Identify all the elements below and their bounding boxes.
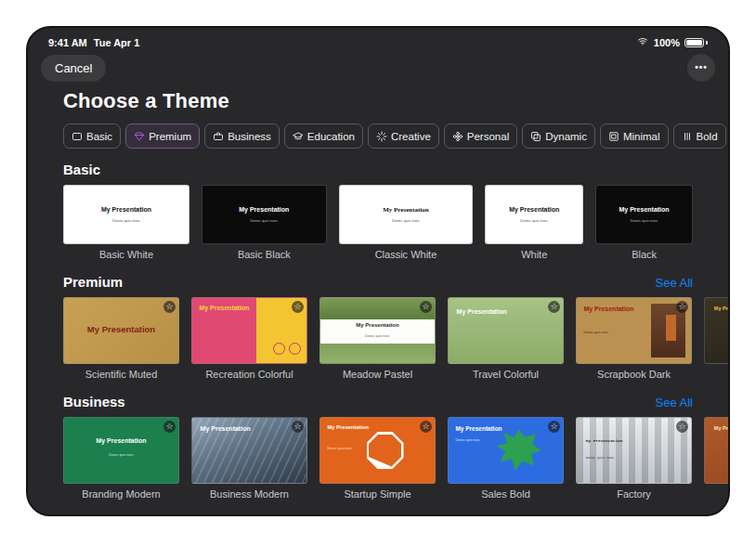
slide-subtitle-text: Donec Quis Nunc bbox=[586, 456, 640, 460]
wifi-icon bbox=[636, 36, 649, 48]
category-chip[interactable]: Business bbox=[204, 124, 280, 149]
category-chips: Basic Premium Business Education Creativ… bbox=[28, 124, 728, 149]
theme-name-label: Basic Black bbox=[202, 249, 327, 261]
theme-slide: My Presentation Donec quis nunc bbox=[63, 185, 189, 244]
theme-name-label: Black bbox=[595, 249, 693, 261]
theme-card[interactable]: My Presentation Donec quis nunc Branding… bbox=[63, 417, 179, 500]
category-chip[interactable]: Minimal bbox=[600, 124, 669, 149]
slide-title-text: My Presentation bbox=[486, 206, 582, 214]
slide-title-text: My Presentation bbox=[199, 305, 252, 312]
category-chip-label: Dynamic bbox=[545, 131, 587, 142]
category-chip-label: Personal bbox=[467, 131, 509, 142]
theme-slide: My Presentation bbox=[63, 297, 179, 364]
theme-name-label: Business Modern bbox=[191, 488, 307, 500]
theme-slide: My Presentation Donec quis nunc bbox=[595, 185, 693, 244]
category-chip[interactable]: Creative bbox=[368, 124, 439, 149]
slide-decoration bbox=[497, 430, 541, 473]
slide-title-text: My Presentation bbox=[596, 206, 692, 214]
graduation-cap-icon bbox=[293, 131, 304, 142]
favorite-star-badge bbox=[548, 301, 560, 313]
slide-subtitle-text: Donec quis nunc bbox=[486, 219, 582, 224]
frame-icon bbox=[608, 131, 619, 142]
theme-row: My Presentation Scientific Muted My Pres… bbox=[63, 297, 728, 381]
category-chip[interactable]: Personal bbox=[444, 124, 517, 149]
theme-name-label: Factory bbox=[576, 488, 692, 500]
favorite-star-badge bbox=[420, 421, 432, 433]
theme-card[interactable]: My Presentation Donec quis nunc Scrapboo… bbox=[576, 297, 692, 381]
slide-title-text: My Presentation bbox=[340, 206, 473, 214]
section-title: Business bbox=[63, 394, 125, 410]
theme-slide: My Presentation Donec quis nunc bbox=[576, 297, 692, 364]
section-title: Premium bbox=[63, 274, 123, 290]
favorite-star-badge bbox=[292, 421, 304, 433]
slide-title-text: My Presentation bbox=[202, 206, 326, 214]
favorite-star-badge bbox=[548, 421, 560, 433]
theme-card[interactable]: My Presentation Business Modern bbox=[191, 417, 307, 500]
theme-row: My Presentation Donec quis nunc Basic Wh… bbox=[63, 185, 693, 261]
theme-card[interactable]: My Presentation Donec quis nunc Startup … bbox=[319, 417, 436, 500]
theme-name-label: Scrapbook Dark bbox=[576, 369, 692, 381]
slide-subtitle-text: Donec quis nunc bbox=[340, 219, 473, 224]
section-header: Premium See All bbox=[63, 274, 728, 290]
theme-name-label: Travel Colorful bbox=[448, 369, 564, 381]
theme-card[interactable]: My Presentation Donec quis nunc Black bbox=[595, 185, 693, 261]
theme-card[interactable]: My Presentation Donec quis nunc Basic Bl… bbox=[202, 185, 327, 261]
status-bar: 9:41 AM Tue Apr 1 100% bbox=[28, 28, 728, 48]
category-chip-label: Business bbox=[228, 131, 271, 142]
theme-name-label: Branding Modern bbox=[63, 488, 179, 500]
slide-title-text: My Presentation bbox=[583, 306, 643, 313]
slide-title-text: My Presentation bbox=[586, 438, 640, 443]
theme-card[interactable]: My Presentation Travel Colorful bbox=[448, 297, 564, 381]
slide-decoration bbox=[367, 432, 404, 469]
category-chip-label: Education bbox=[307, 131, 355, 142]
slide-title-text: My Presentation bbox=[64, 325, 178, 335]
theme-slide: My Presentation Donec quis nunc bbox=[339, 185, 474, 244]
category-chip-label: Bold bbox=[697, 131, 718, 142]
slide-title-text: My Presentation bbox=[714, 425, 730, 431]
theme-slide: My Presentation bbox=[704, 417, 730, 484]
section-header: Basic bbox=[63, 162, 728, 177]
layers-icon bbox=[530, 131, 541, 142]
battery-nub bbox=[706, 41, 708, 45]
theme-card[interactable]: My Presentation Donec Quis Nunc Factory bbox=[576, 417, 692, 500]
category-chip[interactable]: Bold bbox=[673, 124, 726, 149]
theme-slide: My Presentation Donec quis nunc bbox=[319, 417, 436, 484]
slide-subtitle-text: Donec quis nunc bbox=[583, 331, 639, 334]
category-chip[interactable]: Premium bbox=[125, 124, 200, 149]
theme-section: Business See All My Presentation Donec q… bbox=[28, 394, 728, 500]
category-chip[interactable]: Education bbox=[284, 124, 363, 149]
see-all-link[interactable]: See All bbox=[656, 276, 693, 290]
sections: Basic My Presentation Donec quis nunc Ba… bbox=[28, 162, 728, 500]
theme-card[interactable]: My Presentation bbox=[704, 297, 730, 381]
theme-name-label: Scientific Muted bbox=[63, 369, 179, 381]
theme-card[interactable]: My Presentation Donec quis nunc Meadow P… bbox=[319, 297, 436, 381]
theme-slide: My Presentation bbox=[191, 417, 307, 484]
theme-card[interactable]: My Presentation Donec quis nunc White bbox=[485, 185, 583, 261]
battery-percent: 100% bbox=[654, 37, 680, 48]
theme-card[interactable]: My Presentation Donec quis nunc Classic … bbox=[339, 185, 474, 261]
status-date: Tue Apr 1 bbox=[94, 37, 140, 48]
category-chip[interactable]: Basic bbox=[63, 124, 121, 149]
cancel-button[interactable]: Cancel bbox=[41, 55, 106, 82]
slide-subtitle-text: Donec quis nunc bbox=[64, 219, 189, 224]
page-title: Choose a Theme bbox=[63, 89, 728, 113]
see-all-link[interactable]: See All bbox=[656, 396, 693, 410]
more-options-button[interactable]: ••• bbox=[687, 54, 715, 82]
slide-subtitle-text: Donec quis nunc bbox=[320, 334, 435, 338]
theme-card[interactable]: My Presentation Scientific Muted bbox=[63, 297, 179, 381]
theme-card[interactable]: My Presentation Donec quis nunc Sales Bo… bbox=[448, 417, 564, 500]
theme-card[interactable]: My Presentation Recreation Colorful bbox=[191, 297, 307, 381]
favorite-star-badge bbox=[676, 421, 688, 433]
slide-decoration bbox=[666, 315, 676, 341]
theme-slide: My Presentation Donec quis nunc bbox=[485, 185, 583, 244]
theme-card[interactable]: My Presentation bbox=[704, 417, 730, 500]
theme-name-label: Classic White bbox=[339, 249, 474, 261]
theme-name-label bbox=[704, 369, 730, 381]
theme-row: My Presentation Donec quis nunc Branding… bbox=[63, 417, 728, 500]
bars-icon bbox=[682, 131, 693, 142]
briefcase-icon bbox=[213, 131, 224, 142]
theme-slide: My Presentation Donec quis nunc bbox=[448, 417, 564, 484]
tablet-frame: 9:41 AM Tue Apr 1 100% Cancel ••• Choose… bbox=[26, 26, 730, 516]
theme-card[interactable]: My Presentation Donec quis nunc Basic Wh… bbox=[63, 185, 189, 261]
category-chip[interactable]: Dynamic bbox=[522, 124, 595, 149]
